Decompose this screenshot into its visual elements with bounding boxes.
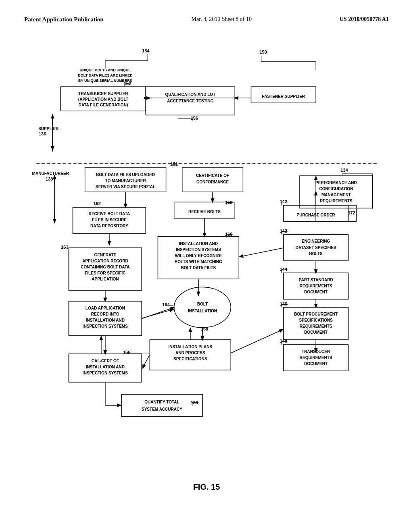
svg-text:REQUIREMENTS: REQUIREMENTS (320, 199, 353, 203)
svg-text:136: 136 (39, 131, 46, 136)
svg-text:PART STANDARD: PART STANDARD (299, 278, 333, 282)
svg-text:GENERATE: GENERATE (94, 253, 116, 257)
svg-text:APPLICATION RECORD: APPLICATION RECORD (82, 259, 128, 263)
svg-text:DOCUMENT: DOCUMENT (304, 330, 328, 335)
svg-point-122 (174, 287, 231, 327)
header-right: US 2010/0050778 A1 (340, 16, 389, 23)
svg-text:INSPECTION SYSTEMS: INSPECTION SYSTEMS (176, 247, 221, 252)
svg-text:INSTALLATION AND: INSTALLATION AND (179, 241, 218, 246)
svg-text:INSPECTION SYSTEMS: INSPECTION SYSTEMS (83, 324, 128, 328)
svg-text:DATA FILE GENERATION): DATA FILE GENERATION) (78, 103, 128, 107)
svg-text:QUALIFICATION AND LOT: QUALIFICATION AND LOT (165, 92, 216, 97)
svg-line-167 (142, 355, 150, 368)
svg-line-182 (142, 308, 174, 319)
svg-line-168 (231, 330, 283, 353)
svg-text:144: 144 (280, 267, 288, 272)
svg-text:CONTAINING BOLT DATA: CONTAINING BOLT DATA (81, 265, 129, 269)
svg-text:168: 168 (201, 326, 208, 331)
header-center: Mar. 4, 2010 Sheet 8 of 10 (192, 16, 252, 23)
svg-text:146: 146 (280, 301, 287, 306)
svg-text:BOLT: BOLT (197, 302, 208, 306)
svg-text:SERVER VIA SECURE PORTAL: SERVER VIA SECURE PORTAL (96, 185, 155, 189)
svg-text:ACCEPTANCE TESTING: ACCEPTANCE TESTING (167, 99, 213, 103)
svg-text:SUPPLIER: SUPPLIER (38, 127, 59, 131)
svg-text:SYSTEM ACCURACY: SYSTEM ACCURACY (142, 407, 182, 411)
svg-text:RECEIVE BOLTS: RECEIVE BOLTS (188, 210, 221, 214)
svg-text:REQUIREMENTS: REQUIREMENTS (300, 284, 332, 288)
svg-text:134: 134 (340, 168, 348, 172)
svg-text:CERTIFICATE OF: CERTIFICATE OF (196, 173, 229, 178)
svg-marker-32 (144, 97, 146, 99)
svg-text:RECORD INTO: RECORD INTO (91, 312, 119, 316)
svg-text:TRANSDUCER: TRANSDUCER (302, 349, 330, 354)
svg-text:151: 151 (170, 162, 177, 166)
svg-text:BOLTS: BOLTS (309, 251, 323, 256)
svg-text:ENGINEERING: ENGINEERING (302, 239, 330, 243)
page-header: Patent Application Publication Mar. 4, 2… (24, 16, 389, 23)
svg-text:164: 164 (162, 302, 170, 307)
svg-text:MANAGEMENT: MANAGEMENT (321, 193, 351, 197)
svg-text:INSTALLATION AND: INSTALLATION AND (86, 365, 125, 369)
svg-text:INSTALLATION PLANS: INSTALLATION PLANS (168, 345, 212, 349)
svg-text:UNIQUE BOLTS AND UNIQUE: UNIQUE BOLTS AND UNIQUE (79, 68, 131, 72)
svg-text:DOCUMENT: DOCUMENT (304, 290, 328, 294)
svg-text:150: 150 (259, 50, 267, 54)
svg-text:QUANTIFY TOTAL: QUANTIFY TOTAL (144, 400, 179, 404)
svg-text:PERFORMANCE AND: PERFORMANCE AND (315, 181, 357, 185)
svg-marker-33 (234, 97, 236, 99)
svg-text:(APPLICATION AND BOLT: (APPLICATION AND BOLT (78, 97, 129, 102)
svg-text:172: 172 (348, 210, 355, 215)
svg-text:FASTENER SUPPLIER: FASTENER SUPPLIER (262, 94, 305, 99)
svg-text:162: 162 (94, 201, 101, 206)
svg-text:154: 154 (142, 48, 150, 53)
svg-text:FILES IN SECURE: FILES IN SECURE (92, 218, 127, 222)
diagram-area: 154 UNIQUE BOLTS AND UNIQUE BOLT DATA FI… (24, 35, 389, 478)
svg-text:DOCUMENT: DOCUMENT (304, 362, 328, 366)
svg-text:INSTALLATION AND: INSTALLATION AND (86, 318, 125, 322)
svg-text:138: 138 (46, 177, 53, 181)
svg-text:DATASET SPECIFIES: DATASET SPECIFIES (296, 245, 336, 250)
svg-text:WILL ONLY RECOGNIZE: WILL ONLY RECOGNIZE (175, 254, 222, 258)
svg-rect-171 (121, 395, 202, 417)
svg-text:142: 142 (280, 199, 287, 204)
svg-text:SPECIFICATIONS: SPECIFICATIONS (173, 357, 207, 361)
svg-text:APPLICATION: APPLICATION (92, 277, 119, 281)
svg-text:163: 163 (61, 245, 68, 249)
svg-text:TO MANUFACTURER: TO MANUFACTURER (105, 179, 146, 183)
svg-text:160: 160 (225, 232, 232, 237)
svg-text:BOLTS WITH MATCHING: BOLTS WITH MATCHING (175, 260, 222, 264)
svg-text:INSPECTION SYSTEMS: INSPECTION SYSTEMS (83, 371, 128, 375)
svg-text:CAL-CERT OF: CAL-CERT OF (92, 359, 119, 363)
header-left: Patent Application Publication (24, 16, 104, 23)
svg-text:INSTALLATION: INSTALLATION (188, 309, 217, 313)
svg-text:TRANSDUCER SUPPLIER: TRANSDUCER SUPPLIER (78, 91, 128, 96)
svg-text:LOAD APPLICATION: LOAD APPLICATION (86, 306, 125, 310)
svg-text:142: 142 (280, 229, 287, 233)
svg-text:BOLT DATA FILES: BOLT DATA FILES (181, 266, 216, 270)
svg-text:148: 148 (280, 339, 287, 343)
svg-text:BOLT DATA FILES UPLOADED: BOLT DATA FILES UPLOADED (96, 172, 155, 177)
svg-text:REQUIREMENTS: REQUIREMENTS (300, 324, 332, 328)
svg-line-181 (240, 248, 283, 257)
svg-text:SPECIFICATIONS: SPECIFICATIONS (299, 318, 333, 322)
svg-text:BOLT PROCUREMENT: BOLT PROCUREMENT (294, 312, 338, 316)
figure-caption: FIG. 15 (24, 482, 389, 492)
svg-text:DATA REPOSITORY: DATA REPOSITORY (90, 224, 128, 228)
svg-text:REQUIREMENTS: REQUIREMENTS (300, 355, 332, 360)
svg-text:MANUFACTUREER: MANUFACTUREER (32, 171, 69, 176)
svg-text:CONFIGURATION: CONFIGURATION (319, 187, 353, 191)
svg-text:FILES FOR SPECIFIC: FILES FOR SPECIFIC (85, 271, 125, 275)
svg-text:CONFORMANCE: CONFORMANCE (196, 180, 229, 184)
svg-text:RECEIVE BOLT DATA: RECEIVE BOLT DATA (89, 212, 130, 216)
svg-text:AND PROCESS: AND PROCESS (175, 351, 205, 355)
svg-text:BOLT DATA FILES ARE LINKED: BOLT DATA FILES ARE LINKED (78, 73, 133, 77)
